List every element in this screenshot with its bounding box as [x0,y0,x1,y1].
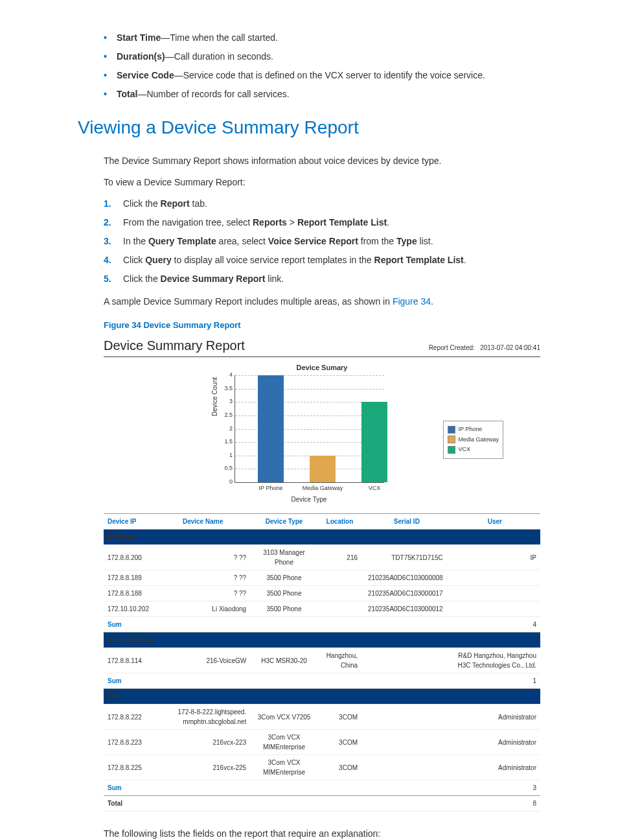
report-table: Device IP Device Name Device Type Locati… [104,513,540,811]
bar-media-gateway [310,456,336,482]
table-row: 172.8.8.188? ??3500 Phone210235A0D6C1030… [104,586,540,601]
col-user: User [450,514,540,530]
table-row: 172.10.10.202Li Xiaodong3500 Phone210235… [104,601,540,617]
intro-bullets: Start Time—Time when the call started. D… [78,31,540,101]
group-header: VCX [104,689,540,705]
bar-vcx [361,402,387,482]
intro-para-1: The Device Summary Report shows informat… [104,154,540,168]
report-title: Device Summary Report [104,336,245,355]
section-heading: Viewing a Device Summary Report [78,114,540,141]
total-row: Total8 [104,796,540,811]
sum-row: Sum1 [104,673,540,689]
sum-row: Sum3 [104,780,540,796]
step-4: Click Query to display all voice service… [104,253,540,267]
y-axis-label: Device Count [210,377,220,416]
col-location: Location [315,514,364,530]
report-figure: Device Summary Report Report Created: 20… [104,336,540,812]
sum-row: Sum4 [104,617,540,633]
chart-title: Device Sumary [215,362,429,373]
step-1: Click the Report tab. [104,197,540,211]
step-3: In the Query Template area, select Voice… [104,235,540,248]
table-row: 172.8.8.222172-8-8-222.lightspeed. mmpht… [104,705,540,730]
bullet-start-time: Start Time—Time when the call started. [104,31,540,45]
bullet-total: Total—Number of records for call service… [104,88,540,101]
intro-para-2: To view a Device Summary Report: [104,176,540,189]
table-row: 172.8.8.225216vcx-2253Com VCX MIMEnterpr… [104,755,540,780]
report-created: Report Created: 2013-07-02 04:00:41 [429,343,540,353]
x-axis-label: Device Type [235,495,383,504]
sample-line: A sample Device Summary Report includes … [104,295,540,309]
table-row: 172.8.8.114216-VoiceGWH3C MSR30-20Hangzh… [104,648,540,673]
bullet-service-code: Service Code—Service code that is define… [104,69,540,82]
step-5: Click the Device Summary Report link. [104,272,540,286]
bullet-duration: Duration(s)—Call duration in seconds. [104,50,540,64]
table-row: 172.8.8.200? ??3103 Manager Phone216TDT7… [104,545,540,570]
col-serial-id: Serial ID [364,514,450,530]
bar-ip-phone [258,375,284,482]
col-device-name: Device Name [153,514,253,530]
col-device-ip: Device IP [104,514,153,530]
group-header: Media Gateway [104,633,540,648]
col-device-type: Device Type [253,514,315,530]
steps-list: Click the Report tab. From the navigatio… [104,197,540,286]
closing-para: The following lists the fields on the re… [104,827,540,840]
device-summary-chart: Device Sumary Device Count 00.511.522.53… [215,362,429,505]
group-header: IP Phone [104,530,540,545]
chart-legend: IP Phone Media Gateway VCX [443,421,503,459]
table-header-row: Device IP Device Name Device Type Locati… [104,514,540,530]
table-row: 172.8.8.223216vcx-2233Com VCX MIMEnterpr… [104,730,540,755]
table-row: 172.8.8.189? ??3500 Phone210235A0D6C1030… [104,570,540,586]
figure-caption: Figure 34 Device Summary Report [104,319,540,332]
figure-link[interactable]: Figure 34 [393,296,431,307]
step-2: From the navigation tree, select Reports… [104,216,540,229]
